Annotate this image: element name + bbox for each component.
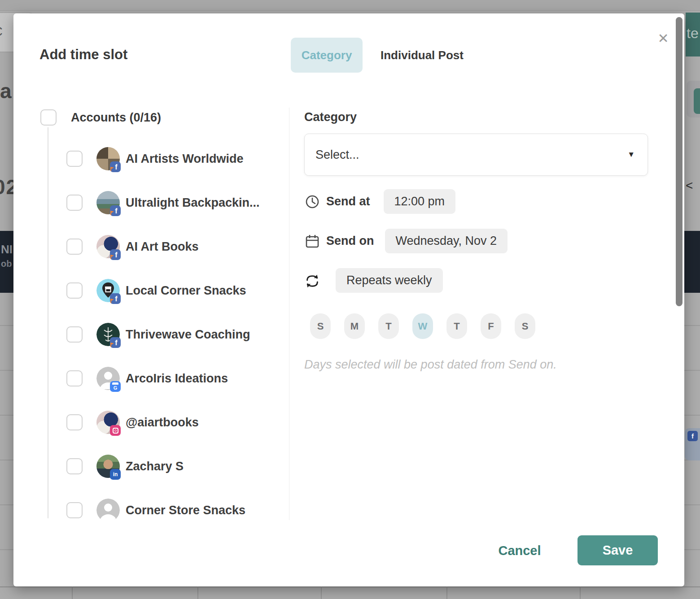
person-placeholder-icon	[96, 499, 120, 520]
background-band-subtext: ob	[1, 259, 12, 269]
column-divider	[289, 108, 289, 520]
account-avatar-image	[96, 499, 120, 520]
account-checkbox[interactable]	[66, 502, 83, 518]
facebook-badge-icon: f	[110, 337, 121, 348]
background-grid-column-line	[321, 586, 322, 599]
repeat-icon	[304, 268, 320, 293]
avatar: f	[96, 323, 120, 346]
background-band-text: NI	[1, 243, 13, 256]
modal-scrollbar[interactable]	[676, 17, 682, 306]
background-create-button-text: te	[687, 25, 699, 42]
repeat-row: Repeats weekly	[304, 268, 443, 293]
clock-icon	[304, 189, 320, 214]
account-name: ArcoIris Ideations	[126, 372, 228, 386]
account-name: Corner Store Snacks	[126, 504, 245, 517]
modal-title: Add time slot	[39, 47, 127, 63]
account-checkbox[interactable]	[66, 370, 83, 386]
facebook-badge-icon: f	[110, 249, 121, 260]
background-heading-fragment: a	[0, 79, 12, 103]
account-row: @aiartbooks	[13, 400, 288, 444]
repeat-frequency-button[interactable]: Repeats weekly	[336, 268, 443, 293]
account-checkbox[interactable]	[66, 195, 83, 211]
account-name: Ultralight Backpackin...	[126, 196, 260, 210]
account-row: f Thrivewave Coaching	[13, 313, 288, 356]
category-heading: Category	[304, 110, 357, 124]
avatar: f	[96, 279, 120, 302]
calendar-icon	[304, 229, 320, 253]
add-time-slot-modal: ✕ Add time slot Category Individual Post…	[13, 13, 684, 586]
account-row: f AI Artists Worldwide	[13, 137, 288, 181]
account-row: f Ultralight Backpackin...	[13, 181, 288, 225]
cancel-button[interactable]: Cancel	[488, 543, 551, 560]
avatar: G	[96, 367, 120, 390]
account-row: f Local Corner Snacks	[13, 269, 288, 313]
background-grid-column-line	[72, 586, 73, 599]
background-create-button-fragment: te	[686, 13, 700, 56]
background-topbar	[0, 0, 700, 11]
category-select-value: Select...	[315, 148, 627, 162]
account-row: Corner Store Snacks	[13, 488, 288, 520]
account-name: Local Corner Snacks	[126, 284, 246, 298]
send-at-label: Send at	[326, 195, 370, 208]
category-select[interactable]: Select... ▼	[304, 134, 648, 176]
day-sunday[interactable]: S	[310, 313, 331, 339]
background-grid-column-line	[197, 586, 198, 599]
background-chevron-icon: <	[686, 178, 693, 193]
avatar: in	[96, 455, 120, 478]
avatar	[96, 411, 120, 434]
facebook-icon: f	[687, 431, 698, 441]
facebook-badge-icon: f	[110, 161, 121, 172]
send-on-row: Send on Wednesday, Nov 2	[304, 229, 508, 253]
chevron-down-icon: ▼	[627, 150, 635, 159]
background-grid-line	[0, 586, 700, 587]
close-icon[interactable]: ✕	[654, 30, 672, 48]
select-all-accounts-checkbox[interactable]	[40, 109, 57, 126]
account-name: AI Art Books	[126, 240, 199, 254]
account-row: in Zachary S	[13, 444, 288, 488]
accounts-header-label: Accounts (0/16)	[71, 111, 161, 125]
google-business-badge-icon: G	[110, 381, 121, 392]
day-wednesday[interactable]: W	[412, 313, 433, 339]
accounts-header: Accounts (0/16)	[40, 109, 161, 126]
account-row: G ArcoIris Ideations	[13, 356, 288, 400]
accounts-list: f AI Artists Worldwide f Ultralight Back…	[13, 137, 288, 520]
background-facebook-post-chip: f	[685, 428, 700, 460]
account-name: @aiartbooks	[126, 416, 199, 430]
account-name: AI Artists Worldwide	[126, 152, 244, 166]
account-checkbox[interactable]	[66, 239, 83, 255]
send-on-date-button[interactable]: Wednesday, Nov 2	[385, 229, 508, 253]
background-grid-column-line	[446, 586, 447, 599]
day-thursday[interactable]: T	[446, 313, 467, 339]
tab-category[interactable]: Category	[291, 38, 363, 73]
linkedin-badge-icon: in	[110, 469, 121, 480]
avatar	[96, 499, 120, 520]
day-tuesday[interactable]: T	[378, 313, 399, 339]
account-checkbox[interactable]	[66, 326, 83, 343]
account-checkbox[interactable]	[66, 151, 83, 167]
background-search-text: C	[0, 24, 3, 39]
day-saturday[interactable]: S	[515, 313, 535, 339]
account-checkbox[interactable]	[66, 282, 83, 299]
save-button[interactable]: Save	[578, 535, 658, 565]
account-name: Zachary S	[126, 460, 184, 473]
tab-individual-post[interactable]: Individual Post	[381, 48, 464, 62]
send-on-label: Send on	[326, 234, 374, 248]
account-checkbox[interactable]	[66, 458, 83, 474]
post-type-tabs: Category Individual Post	[291, 38, 464, 73]
account-checkbox[interactable]	[66, 414, 83, 430]
avatar: f	[96, 191, 120, 214]
background-grid-column-line	[580, 586, 581, 599]
account-name: Thrivewave Coaching	[126, 328, 250, 342]
facebook-badge-icon: f	[110, 293, 121, 304]
day-monday[interactable]: M	[344, 313, 365, 339]
instagram-badge-icon	[110, 425, 121, 436]
day-friday[interactable]: F	[481, 313, 501, 339]
send-at-time-button[interactable]: 12:00 pm	[384, 189, 456, 214]
facebook-badge-icon: f	[110, 205, 121, 216]
days-note: Days selected will be post dated from Se…	[304, 358, 557, 372]
avatar: f	[96, 147, 120, 170]
weekday-selector: S M T W T F S	[310, 313, 535, 339]
background-teal-button-fragment	[694, 88, 700, 114]
avatar: f	[96, 235, 120, 258]
account-row: f AI Art Books	[13, 225, 288, 269]
